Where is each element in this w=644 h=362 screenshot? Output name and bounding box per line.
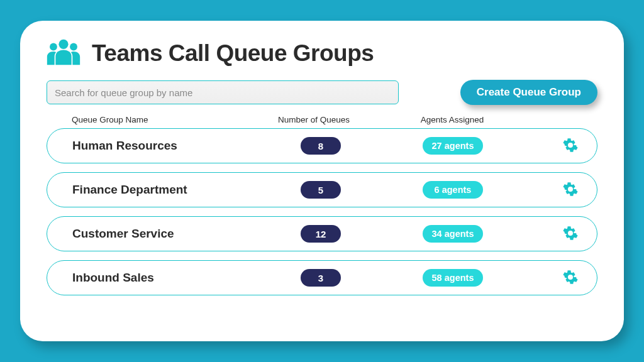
row-settings-button[interactable] (562, 269, 579, 287)
gear-icon (563, 226, 578, 243)
svg-point-0 (58, 40, 68, 49)
queue-group-row: Finance Department 5 6 agents (47, 172, 597, 207)
queue-group-row: Customer Service 12 34 agents (47, 216, 597, 251)
queue-group-name: Inbound Sales (72, 271, 261, 285)
queue-count-pill: 8 (301, 137, 341, 155)
gear-icon (563, 270, 578, 287)
queue-group-row: Human Resources 8 27 agents (47, 128, 597, 163)
agents-assigned-pill: 58 agents (423, 269, 483, 287)
queue-group-row: Inbound Sales 3 58 agents (47, 260, 597, 295)
search-input[interactable] (47, 80, 399, 104)
gear-icon (563, 138, 578, 155)
create-queue-group-button[interactable]: Create Queue Group (460, 80, 597, 105)
column-header-queues: Number of Queues (260, 115, 380, 124)
page-header: Teams Call Queue Groups (47, 38, 597, 69)
users-group-icon (47, 38, 80, 69)
controls-bar: Create Queue Group (47, 80, 597, 105)
svg-point-1 (50, 43, 57, 51)
queue-count-pill: 5 (301, 181, 341, 199)
svg-point-2 (70, 43, 77, 51)
agents-assigned-pill: 6 agents (423, 181, 483, 199)
gear-icon (563, 182, 578, 199)
queue-group-name: Finance Department (72, 183, 261, 197)
queue-group-name: Customer Service (72, 227, 261, 241)
queue-group-list: Human Resources 8 27 agents Finance Depa… (47, 128, 597, 295)
queue-count-pill: 3 (301, 269, 341, 287)
agents-assigned-pill: 27 agents (423, 137, 483, 155)
column-header-name: Queue Group Name (72, 115, 260, 124)
queue-count-pill: 12 (301, 225, 341, 243)
page-title: Teams Call Queue Groups (92, 40, 374, 67)
main-card: Teams Call Queue Groups Create Queue Gro… (20, 21, 624, 341)
row-settings-button[interactable] (562, 181, 579, 199)
row-settings-button[interactable] (562, 137, 579, 155)
agents-assigned-pill: 34 agents (423, 225, 483, 243)
column-header-agents: Agents Assigned (380, 115, 518, 124)
queue-group-name: Human Resources (72, 139, 261, 153)
row-settings-button[interactable] (562, 225, 579, 243)
column-headers: Queue Group Name Number of Queues Agents… (47, 115, 597, 128)
